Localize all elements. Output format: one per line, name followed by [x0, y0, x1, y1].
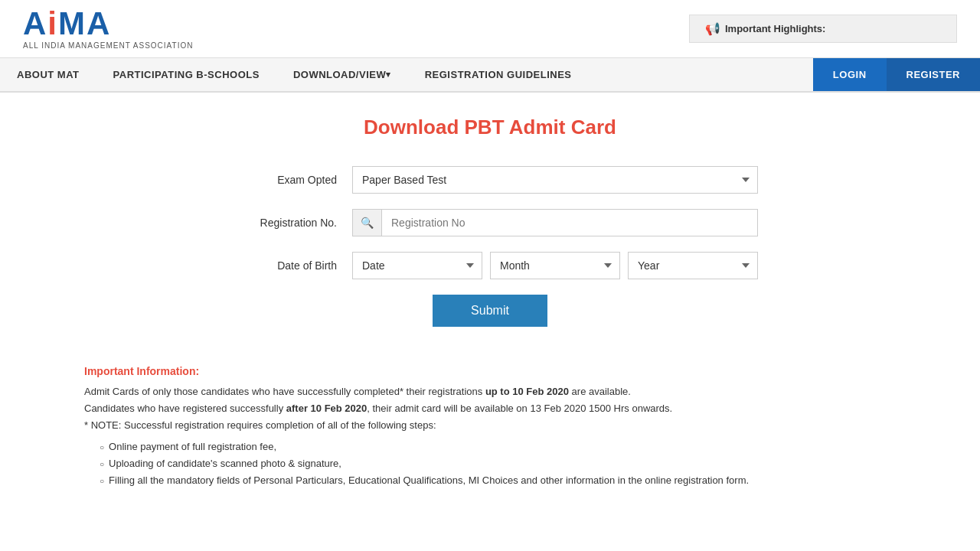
info-line2-bold: after 10 Feb 2020 [286, 403, 368, 414]
nav: ABOUT MAT PARTICIPATING B-SCHOOLS DOWNLO… [0, 58, 980, 93]
header: AiMA ALL INDIA MANAGEMENT ASSOCIATION 📢 … [0, 0, 980, 58]
dob-row: Date of Birth Date Month Year [222, 252, 758, 279]
megaphone-icon: 📢 [705, 21, 720, 36]
info-line1: Admit Cards of only those candidates who… [84, 383, 896, 400]
sidebar-item-about-mat[interactable]: ABOUT MAT [0, 58, 96, 91]
info-line1-bold: up to 10 Feb 2020 [485, 386, 569, 397]
sidebar-item-b-schools[interactable]: PARTICIPATING B-SCHOOLS [96, 58, 276, 91]
info-line1-post: are available. [569, 386, 631, 397]
nav-items: ABOUT MAT PARTICIPATING B-SCHOOLS DOWNLO… [0, 58, 813, 91]
month-select[interactable]: Month [490, 252, 620, 279]
info-note: * NOTE: Successful registration requires… [84, 417, 896, 434]
reg-no-field: 🔍 [352, 209, 758, 236]
exam-opted-select[interactable]: Paper Based Test Computer Based Test [352, 166, 758, 194]
page-title: Download PBT Admit Card [84, 116, 896, 139]
info-list: Online payment of full registration fee,… [100, 439, 896, 489]
reg-no-input[interactable] [382, 210, 757, 236]
submit-row: Submit [222, 295, 758, 327]
info-line1-pre: Admit Cards of only those candidates who… [84, 386, 485, 397]
list-item: Uploading of candidate's scanned photo &… [100, 455, 896, 472]
login-button[interactable]: LOGIN [813, 58, 887, 91]
form-area: Exam Opted Paper Based Test Computer Bas… [222, 166, 758, 327]
dob-label: Date of Birth [222, 259, 352, 272]
list-item: Filling all the mandatory fields of Pers… [100, 472, 896, 489]
highlights-label: Important Highlights: [725, 23, 825, 34]
reg-no-label: Registration No. [222, 217, 352, 229]
register-button[interactable]: REGISTER [887, 58, 980, 91]
info-line2: Candidates who have registered successfu… [84, 400, 896, 417]
logo-subtitle: ALL INDIA MANAGEMENT ASSOCIATION [23, 41, 193, 50]
main-content: Download PBT Admit Card Exam Opted Paper… [69, 93, 911, 365]
exam-opted-row: Exam Opted Paper Based Test Computer Bas… [222, 166, 758, 194]
reg-input-wrapper: 🔍 [352, 209, 758, 236]
sidebar-item-reg-guidelines[interactable]: REGISTRATION GUIDELINES [408, 58, 589, 91]
logo: AiMA [23, 8, 111, 40]
sidebar-item-download-view[interactable]: DOWNLOAD/VIEW [276, 58, 408, 91]
info-line2-pre: Candidates who have registered successfu… [84, 403, 286, 414]
dob-field: Date Month Year [352, 252, 758, 279]
highlights-box: 📢 Important Highlights: [689, 15, 957, 43]
exam-opted-field: Paper Based Test Computer Based Test [352, 166, 758, 194]
year-select[interactable]: Year [628, 252, 758, 279]
info-line2-post: , their admit card will be available on … [367, 403, 672, 414]
submit-button[interactable]: Submit [433, 295, 547, 327]
date-select[interactable]: Date [352, 252, 482, 279]
logo-area: AiMA ALL INDIA MANAGEMENT ASSOCIATION [23, 8, 193, 50]
exam-opted-label: Exam Opted [222, 174, 352, 186]
dob-selects: Date Month Year [352, 252, 758, 279]
info-section: Important Information: Admit Cards of on… [69, 365, 911, 490]
search-icon: 🔍 [353, 210, 382, 236]
info-title: Important Information: [84, 365, 896, 377]
reg-no-row: Registration No. 🔍 [222, 209, 758, 236]
list-item: Online payment of full registration fee, [100, 439, 896, 455]
